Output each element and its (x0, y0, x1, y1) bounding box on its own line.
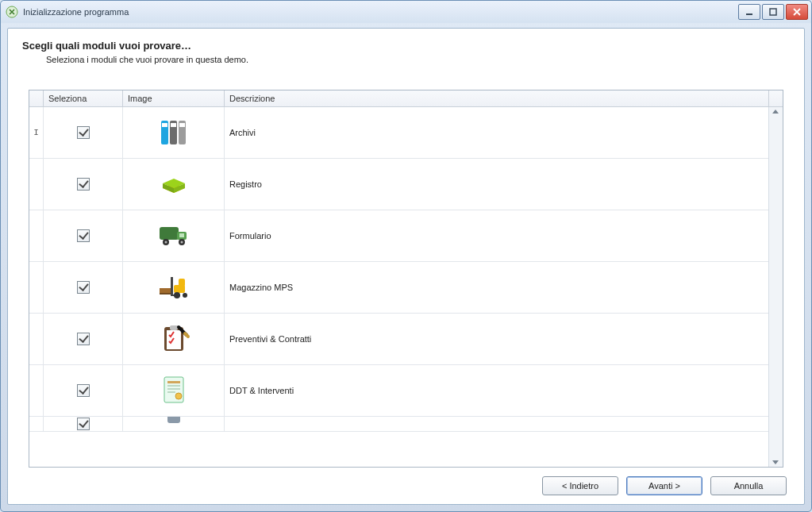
svg-rect-18 (171, 277, 173, 296)
row-checkbox-cell[interactable] (44, 262, 123, 313)
row-checkbox[interactable] (77, 126, 90, 139)
row-image-cell (123, 107, 225, 158)
svg-rect-2 (770, 9, 776, 15)
row-image-cell (123, 314, 225, 364)
row-checkbox[interactable] (77, 229, 90, 242)
titlebar: Inizializzazione programma (1, 1, 811, 23)
svg-rect-33 (167, 417, 180, 423)
minimize-button[interactable] (738, 4, 760, 20)
row-image-cell (123, 365, 225, 416)
svg-rect-30 (167, 388, 180, 390)
document-icon (156, 372, 191, 409)
svg-rect-6 (171, 123, 176, 127)
grid-header-scroll (768, 90, 783, 106)
grid-header-seleziona[interactable]: Seleziona (44, 90, 123, 106)
svg-rect-28 (167, 381, 180, 383)
table-row[interactable]: Archivi (29, 107, 768, 159)
row-checkbox-cell[interactable] (44, 107, 123, 158)
table-row[interactable] (29, 417, 768, 432)
row-description (225, 417, 768, 431)
svg-point-22 (174, 292, 180, 298)
row-indicator (29, 210, 44, 261)
table-row[interactable]: DDT & Interventi (29, 365, 768, 417)
modules-grid: Seleziona Image Descrizione Archivi Regi… (29, 90, 783, 468)
row-checkbox-cell[interactable] (44, 210, 123, 261)
app-icon (6, 6, 18, 18)
back-button[interactable]: < Indietro (542, 476, 618, 495)
row-indicator (29, 107, 44, 158)
clipboard-icon (156, 321, 191, 357)
cancel-button[interactable]: Annulla (710, 476, 787, 495)
row-description: Formulario (225, 210, 768, 261)
svg-rect-21 (179, 279, 185, 287)
maximize-button[interactable] (762, 4, 784, 20)
window-body: Scegli quali moduli vuoi provare… Selezi… (1, 23, 811, 511)
row-indicator (29, 314, 44, 364)
book-icon (156, 166, 191, 202)
svg-point-15 (180, 241, 183, 244)
table-row[interactable]: Magazzino MPS (29, 262, 768, 314)
grid-header-descrizione[interactable]: Descrizione (225, 90, 768, 106)
svg-rect-8 (179, 123, 185, 127)
row-indicator (29, 159, 44, 210)
svg-point-32 (175, 393, 182, 399)
row-description: Preventivi & Contratti (225, 314, 768, 364)
table-row[interactable]: Registro (29, 159, 768, 210)
next-button[interactable]: Avanti > (626, 476, 702, 495)
row-checkbox[interactable] (77, 384, 90, 397)
row-image-cell (123, 262, 225, 313)
row-indicator (29, 365, 44, 416)
truck-icon (155, 218, 193, 254)
row-checkbox-cell[interactable] (44, 417, 123, 431)
svg-rect-26 (170, 325, 178, 330)
svg-rect-4 (162, 123, 167, 127)
row-indicator (29, 417, 44, 431)
svg-rect-16 (160, 288, 171, 293)
wizard-header: Scegli quali moduli vuoi provare… Selezi… (8, 29, 804, 67)
row-image-cell (123, 210, 225, 261)
grid-header-image[interactable]: Image (123, 90, 225, 106)
svg-rect-1 (746, 13, 752, 15)
close-button[interactable] (786, 4, 808, 20)
svg-rect-9 (160, 227, 179, 240)
wizard-footer: < Indietro Avanti > Annulla (8, 468, 804, 504)
row-checkbox[interactable] (77, 418, 90, 430)
grid-header-indicator (29, 90, 44, 106)
table-row[interactable]: Formulario (29, 210, 768, 262)
row-checkbox[interactable] (77, 333, 90, 345)
row-description: Registro (225, 159, 768, 210)
window-title: Inizializzazione programma (23, 7, 738, 17)
grid-body: Archivi Registro Formulario Magazzino MP… (29, 107, 768, 467)
row-checkbox-cell[interactable] (44, 314, 123, 364)
svg-rect-11 (179, 233, 184, 237)
window-controls (738, 4, 808, 20)
row-image-cell (123, 159, 225, 210)
row-checkbox-cell[interactable] (44, 365, 123, 416)
forklift-icon (155, 269, 193, 306)
table-row[interactable]: Preventivi & Contratti (29, 314, 768, 365)
svg-rect-17 (160, 293, 171, 294)
svg-point-13 (164, 241, 167, 244)
row-description: Magazzino MPS (225, 262, 768, 313)
svg-rect-29 (167, 385, 180, 387)
row-image-cell (123, 417, 225, 431)
row-description: DDT & Interventi (225, 365, 768, 416)
row-indicator (29, 262, 44, 313)
row-checkbox-cell[interactable] (44, 159, 123, 210)
grid-header: Seleziona Image Descrizione (29, 90, 783, 107)
wizard-panel: Scegli quali moduli vuoi provare… Selezi… (7, 28, 805, 505)
wizard-subtitle: Seleziona i moduli che vuoi provare in q… (46, 55, 790, 64)
binders-icon (156, 114, 191, 151)
row-checkbox[interactable] (77, 281, 90, 294)
device-icon (156, 417, 191, 431)
grid-scrollbar[interactable] (768, 107, 783, 467)
svg-rect-31 (167, 391, 175, 393)
svg-point-23 (183, 293, 187, 298)
window-frame: Inizializzazione programma Scegli quali … (0, 0, 812, 512)
row-checkbox[interactable] (77, 178, 90, 191)
row-description: Archivi (225, 107, 768, 158)
wizard-title: Scegli quali moduli vuoi provare… (22, 40, 790, 52)
grid-body-wrap: Archivi Registro Formulario Magazzino MP… (29, 107, 783, 467)
